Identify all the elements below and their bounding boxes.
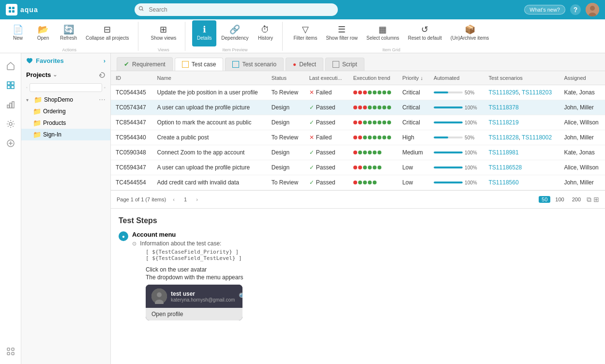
cell-test-scenarios[interactable]: TS1118560 (484, 175, 560, 190)
col-status[interactable]: Status (267, 71, 304, 85)
shopdemo-menu-icon[interactable]: ⋯ (99, 96, 106, 104)
preview-email: kateryna.hornysh@gmail.com (171, 297, 235, 303)
tab-defect[interactable]: ● Defect (286, 58, 323, 71)
svg-rect-21 (12, 348, 14, 350)
reset-default-button[interactable]: ↺ Reset to default (404, 20, 446, 46)
tab-testcase[interactable]: Test case (175, 58, 224, 71)
prev-page-button[interactable]: ‹ (169, 195, 179, 204)
preview-search-icon[interactable]: 🔍 (239, 292, 242, 300)
history-button[interactable]: ⏱ History (253, 20, 277, 46)
col-name[interactable]: Name (152, 71, 267, 85)
collapse-all-button[interactable]: ⊟ Collapse all projects (82, 20, 133, 46)
step-instruction-2: The dropdown with the menu appears (146, 274, 597, 281)
trend-dot (363, 136, 367, 139)
col-exec-trend[interactable]: Execution trend (348, 71, 397, 85)
next-page-button[interactable]: › (192, 195, 202, 204)
cell-test-scenarios[interactable]: TS1118378 (484, 100, 560, 115)
tree-item-signin[interactable]: 📁 Sign-In (21, 129, 110, 140)
projects-expand-icon[interactable]: ⌄ (53, 72, 57, 78)
col-priority[interactable]: Priority ↓ (397, 71, 429, 85)
copy-icon[interactable]: ⧉ (587, 196, 591, 204)
show-views-button[interactable]: ⊞ Show views (147, 20, 181, 46)
tab-requirement[interactable]: ✔ Requirement (117, 57, 173, 71)
cell-exec-trend (348, 85, 397, 100)
home-icon-btn[interactable] (2, 57, 19, 75)
test-scenario-link[interactable]: TS1118378 (489, 104, 519, 111)
cell-test-scenarios[interactable]: TS11186528 (484, 160, 560, 175)
refresh-projects-icon[interactable] (99, 72, 106, 78)
dependency-button[interactable]: 🔗 Dependency (217, 20, 252, 46)
new-button[interactable]: 📄 New (6, 20, 30, 46)
table-row[interactable]: TC8544347Option to mark the account as p… (111, 115, 605, 130)
cell-test-scenarios[interactable]: TS1118295, TS1118203 (484, 85, 560, 100)
cell-last-exec: ✓ Passed (304, 100, 348, 115)
projects-search-input[interactable] (30, 83, 102, 92)
svg-rect-11 (7, 86, 10, 89)
test-scenario-link[interactable]: TS11186528 (489, 164, 522, 171)
test-scenario-link[interactable]: TS1118295 (489, 89, 519, 96)
table-row[interactable]: TC9544340Create a public postTo Review✕ … (111, 130, 605, 145)
tree-item-products[interactable]: 📁 Products (21, 117, 110, 129)
archive-icon: 📦 (465, 25, 475, 34)
unarchive-button[interactable]: 📦 (Un)Archive items (447, 20, 493, 46)
col-test-scenarios[interactable]: Test scenarios (484, 71, 560, 85)
grid-icon-btn[interactable] (2, 76, 19, 94)
cell-test-scenarios[interactable]: TS1118981 (484, 145, 560, 160)
chart-icon-btn[interactable] (2, 96, 19, 113)
favorites-collapse[interactable]: › (104, 57, 106, 64)
settings-icon-btn[interactable] (2, 115, 19, 133)
table-row[interactable]: TC0574347A user can upload the profile p… (111, 100, 605, 115)
table-row[interactable]: TC6594347A user can upload the profile p… (111, 160, 605, 175)
show-filter-row-button[interactable]: ☰ Show filter row (322, 20, 362, 46)
test-scenario-link[interactable]: TS1118002 (522, 134, 552, 141)
search-input[interactable] (135, 3, 338, 16)
trend-dot (368, 91, 372, 94)
refresh-button[interactable]: 🔄 Refresh (56, 20, 81, 46)
test-scenario-link[interactable]: TS1118203 (522, 89, 552, 96)
cell-exec-trend (348, 130, 397, 145)
refresh-icon[interactable] (104, 85, 106, 91)
test-scenario-link[interactable]: TS1118981 (489, 149, 519, 156)
cell-test-scenarios[interactable]: TS1118228, TS1118002 (484, 130, 560, 145)
export-icon[interactable]: ⊞ (593, 196, 599, 204)
table-row[interactable]: TC4544554Add credit card with invalid da… (111, 175, 605, 190)
cell-test-scenarios[interactable]: TS1118219 (484, 115, 560, 130)
col-assigned[interactable]: Assigned (559, 71, 605, 85)
topbar-right: What's new? ? (524, 3, 599, 16)
test-scenario-link[interactable]: TS1118560 (489, 179, 519, 186)
test-scenario-link[interactable]: TS1118219 (489, 119, 519, 126)
trend-dot (363, 121, 367, 124)
svg-line-25 (27, 88, 28, 88)
cell-id: TC8544347 (111, 115, 152, 130)
item-grid-label: Item Grid (382, 47, 400, 52)
bottom-icon-btn[interactable] (2, 343, 19, 360)
tab-testscenario[interactable]: Test scenario (225, 58, 284, 71)
col-automated[interactable]: Automated (429, 71, 484, 85)
test-scenario-link[interactable]: TS1118228 (489, 134, 519, 141)
col-last-exec[interactable]: Last executi... (304, 71, 348, 85)
trend-dot (373, 136, 377, 139)
size-50-button[interactable]: 50 (539, 196, 550, 203)
grid-area: ID Name Status Last executi... Execution… (111, 71, 605, 364)
cell-priority: Low (397, 160, 429, 175)
filter-items-button[interactable]: ▽ Filter items (289, 20, 321, 46)
products-label: Products (43, 120, 66, 126)
whats-new-button[interactable]: What's new? (524, 5, 565, 15)
table-row[interactable]: TC0590348Connect Zoom to the app account… (111, 145, 605, 160)
tab-script[interactable]: Script (325, 58, 364, 71)
details-button[interactable]: ℹ Details (192, 20, 216, 46)
cell-name: Update the job position in a user profil… (152, 85, 267, 100)
tree-item-ordering[interactable]: 📁 Ordering (21, 106, 110, 117)
col-id[interactable]: ID (111, 71, 152, 85)
logo: aqua (6, 4, 38, 15)
size-200-button[interactable]: 200 (569, 196, 584, 203)
table-row[interactable]: TC0544345Update the job position in a us… (111, 85, 605, 100)
select-columns-button[interactable]: ▦ Select columns (363, 20, 403, 46)
size-100-button[interactable]: 100 (552, 196, 567, 203)
tree-item-shopdemo[interactable]: ▾ 📁 ShopDemo ⋯ (21, 94, 110, 106)
open-button[interactable]: 📂 Open (31, 20, 55, 46)
plus-icon-btn[interactable] (2, 135, 19, 152)
svg-rect-2 (9, 10, 11, 13)
svg-rect-22 (7, 352, 10, 355)
help-button[interactable]: ? (570, 4, 581, 15)
